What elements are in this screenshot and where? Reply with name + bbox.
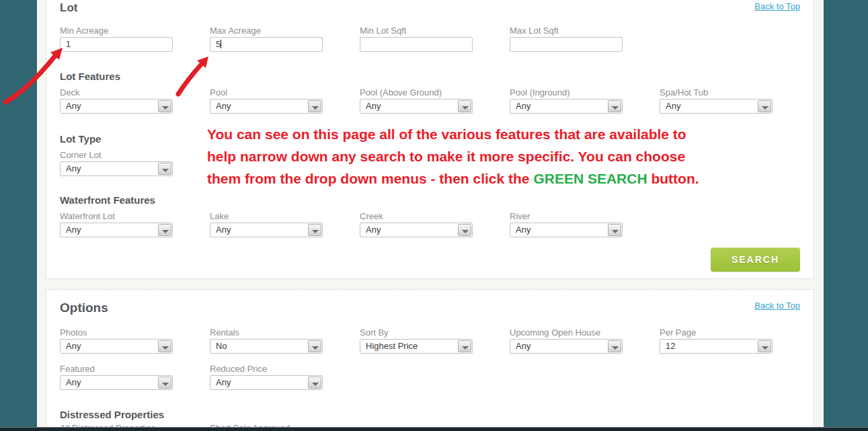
dropdown[interactable]: Any [660, 99, 773, 114]
dropdown-value: Any [210, 223, 307, 237]
chevron-down-icon [158, 224, 171, 236]
options-panel: Options Back to Top Photos Any Rentals N… [46, 289, 814, 431]
field-label: Rentals [210, 327, 360, 338]
text-cursor [221, 40, 221, 48]
acreage-input[interactable] [360, 37, 473, 52]
back-to-top-link[interactable]: Back to Top [754, 1, 800, 11]
dropdown-value: Any [61, 223, 157, 237]
dropdown[interactable]: Any [60, 375, 173, 390]
lot-features-heading: Lot Features [60, 71, 800, 83]
field-label: Max Lot Sqft [510, 26, 660, 36]
dropdown-value: Any [360, 223, 457, 237]
chevron-down-icon [458, 224, 471, 236]
chevron-down-icon [608, 340, 621, 352]
dropdown[interactable]: Any [60, 339, 173, 354]
acreage-input[interactable]: 1 [60, 37, 173, 52]
dropdown-value: Any [210, 100, 307, 113]
dropdown[interactable]: Any [210, 223, 323, 237]
dropdown-value: Any [61, 100, 157, 113]
chevron-down-icon [458, 100, 471, 112]
dropdown[interactable]: Highest Price [360, 339, 473, 354]
chevron-down-icon [158, 377, 171, 389]
dropdown[interactable]: Any [210, 375, 323, 390]
dropdown[interactable]: Any [360, 223, 473, 237]
bottom-bar [0, 427, 868, 431]
dropdown[interactable]: Any [60, 223, 173, 237]
dropdown-value: Any [510, 223, 607, 237]
field-label: Max Acreage [210, 26, 360, 36]
options-panel-title: Options [60, 301, 108, 315]
dropdown[interactable]: Any [360, 99, 473, 114]
lot-features-row: Deck Any Pool Any Pool (Above Ground) An… [60, 87, 800, 114]
field-label: Upcoming Open House [510, 327, 660, 338]
field-label: Creek [360, 211, 510, 222]
field-label: Lake [210, 211, 360, 222]
field-label: Per Page [660, 327, 810, 338]
options-row-1: Photos Any Rentals No Sort By Highest Pr… [60, 327, 800, 354]
chevron-down-icon [308, 377, 321, 389]
field-label: Min Lot Sqft [360, 26, 510, 36]
dropdown-value: No [210, 340, 307, 353]
acreage-field-row: Min Acreage 1 Max Acreage 5 Min Lot Sqft… [60, 26, 800, 52]
field-label: Pool (Inground) [510, 87, 660, 98]
dropdown-value: Any [660, 100, 757, 113]
dropdown[interactable]: Any [510, 339, 623, 354]
options-row-2: Featured Any Reduced Price Any [60, 364, 800, 390]
back-to-top-link[interactable]: Back to Top [754, 301, 800, 311]
waterfront-heading: Waterfront Features [60, 194, 800, 206]
dropdown-value: Any [360, 100, 457, 113]
waterfront-row: Waterfront Lot Any Lake Any Creek Any [60, 211, 800, 237]
field-label: Sort By [360, 327, 510, 338]
dropdown[interactable]: No [210, 339, 323, 354]
field-label: River [510, 211, 660, 222]
chevron-down-icon [308, 340, 321, 352]
chevron-down-icon [608, 100, 621, 112]
field-label: Waterfront Lot [60, 211, 210, 222]
chevron-down-icon [758, 340, 771, 352]
dropdown-value: 12 [660, 340, 757, 353]
distressed-heading: Distressed Properties [60, 409, 800, 421]
field-label: Pool [210, 87, 360, 98]
dropdown[interactable]: Any [60, 161, 173, 176]
chevron-down-icon [158, 163, 171, 175]
dropdown[interactable]: 12 [660, 339, 773, 354]
green-search-highlight: GREEN SEARCH [533, 171, 647, 186]
dropdown-value: Any [61, 162, 157, 175]
dropdown[interactable]: Any [510, 99, 623, 114]
annotation-line-3: them from the drop down menus - then cli… [207, 167, 699, 190]
field-label: Pool (Above Ground) [360, 87, 510, 98]
field-label: Corner Lot [60, 150, 210, 161]
chevron-down-icon [308, 100, 321, 112]
chevron-down-icon [158, 100, 171, 112]
field-label: Spa/Hot Tub [660, 87, 810, 98]
dropdown-value: Any [510, 340, 607, 353]
dropdown-value: Any [61, 340, 157, 353]
dropdown-value: Any [210, 376, 307, 389]
dropdown[interactable]: Any [210, 99, 323, 114]
dropdown[interactable]: Any [60, 99, 173, 114]
field-label: Min Acreage [60, 26, 210, 36]
chevron-down-icon [608, 224, 621, 236]
annotation-line-2: help narrow down any search to make it m… [207, 145, 699, 167]
field-label: Photos [60, 327, 210, 338]
dropdown-value: Any [510, 100, 607, 113]
annotation-line-1: You can see on this page all of the vari… [207, 123, 699, 145]
annotation-text: You can see on this page all of the vari… [207, 123, 699, 190]
chevron-down-icon [308, 224, 321, 236]
chevron-down-icon [758, 100, 771, 112]
field-label: Reduced Price [210, 364, 360, 375]
acreage-input[interactable]: 5 [210, 37, 323, 52]
dropdown-value: Any [61, 376, 157, 389]
lot-panel-title: Lot [60, 1, 77, 15]
dropdown-value: Highest Price [360, 340, 457, 353]
acreage-input[interactable] [510, 37, 623, 52]
search-button[interactable]: SEARCH [711, 247, 800, 272]
dropdown[interactable]: Any [510, 223, 623, 237]
field-label: Featured [60, 364, 210, 375]
field-label: Deck [60, 87, 210, 98]
chevron-down-icon [458, 340, 471, 352]
chevron-down-icon [158, 340, 171, 352]
